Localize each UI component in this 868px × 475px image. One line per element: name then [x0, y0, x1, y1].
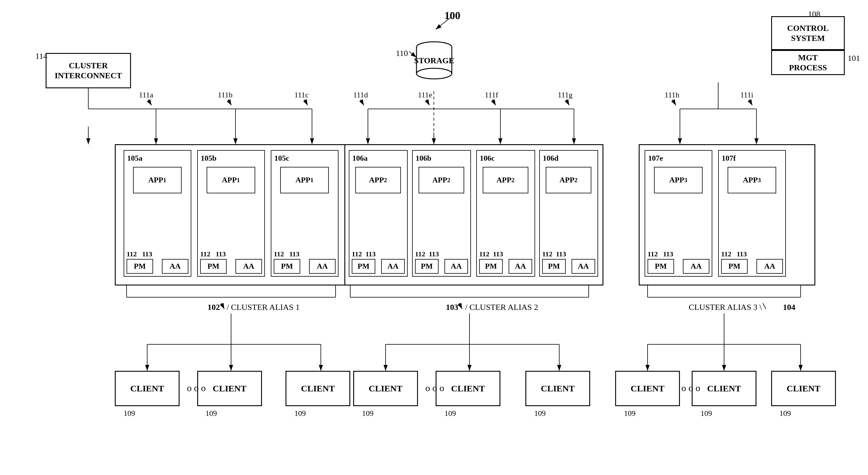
node-105b: 105b APP1 112 113 PM AA — [197, 150, 265, 277]
ellipsis-3: o o o — [681, 383, 700, 393]
client-1a: CLIENT — [115, 371, 180, 406]
ref-111b: 111b — [218, 91, 232, 99]
app3-107f: APP3 — [727, 167, 776, 193]
pm-105c: PM — [274, 259, 300, 274]
pm-107e: PM — [648, 259, 674, 274]
node-105c: 105c APP1 112 113 PM AA — [271, 150, 339, 277]
ref-111h: 111h — [664, 91, 679, 99]
ref-109-2b: 109 — [444, 409, 456, 418]
ref-102: 102 — [208, 303, 220, 312]
node-106b: 106b APP2 112 113 PM AA — [412, 150, 471, 277]
client-1b: CLIENT — [197, 371, 262, 406]
client-3a: CLIENT — [615, 371, 680, 406]
node-107f: 107f APP3 112 113 PM AA — [718, 150, 786, 277]
svg-point-68 — [416, 68, 452, 79]
cluster-interconnect-box: CLUSTERINTERCONNECT — [45, 53, 131, 88]
client-2a: CLIENT — [353, 371, 418, 406]
client-3c: CLIENT — [771, 371, 836, 406]
ref-111f: 111f — [485, 91, 498, 99]
ref-111c: 111c — [294, 91, 309, 99]
aa-107f: AA — [756, 259, 783, 274]
pm-105a: PM — [127, 259, 153, 274]
aa-106a: AA — [381, 259, 405, 274]
svg-line-57 — [492, 99, 496, 105]
ref-111d: 111d — [353, 91, 368, 99]
client-2c: CLIENT — [525, 371, 590, 406]
app1-105b: APP1 — [207, 167, 255, 193]
app2-106a: APP2 — [355, 167, 401, 193]
pm-106c: PM — [479, 259, 503, 274]
node-106d: 106d APP2 112 113 PM AA — [539, 150, 598, 277]
diagram-container: 100 STORAGE 110 CLUSTERINTERCONNECT 114 … — [0, 0, 868, 475]
app2-106c: APP2 — [483, 167, 528, 193]
svg-line-53 — [228, 99, 231, 105]
ref-109-1c: 109 — [294, 409, 306, 418]
ref-109-3a: 109 — [624, 409, 636, 418]
pm-105b: PM — [200, 259, 227, 274]
svg-line-63 — [763, 303, 766, 309]
app1-105a: APP1 — [133, 167, 182, 193]
aa-105a: AA — [162, 259, 188, 274]
node-107e: 107e APP3 112 113 PM AA — [645, 150, 712, 277]
pm-107f: PM — [721, 259, 748, 274]
cluster-alias-3-label: CLUSTER ALIAS 3 \ — [689, 303, 762, 312]
mgt-process-box: MGTPROCESS — [771, 50, 845, 75]
client-1c: CLIENT — [285, 371, 350, 406]
ref-111i: 111i — [740, 91, 753, 99]
ref-104: 104 — [783, 303, 795, 312]
ref-108: 108 — [808, 9, 820, 19]
aa-106b: AA — [444, 259, 468, 274]
ref-109-2a: 109 — [362, 409, 373, 418]
client-3b: CLIENT — [692, 371, 756, 406]
storage-cylinder: STORAGE — [413, 38, 455, 85]
ellipsis-2: o o o — [425, 383, 444, 393]
cluster-alias-2-label: / CLUSTER ALIAS 2 — [465, 303, 538, 312]
ref-114: 114 — [35, 52, 48, 61]
svg-line-58 — [566, 99, 569, 105]
aa-105b: AA — [236, 259, 262, 274]
ref-109-3b: 109 — [701, 409, 712, 418]
control-system-box: CONTROLSYSTEM — [771, 16, 845, 50]
ref-109-3c: 109 — [779, 409, 791, 418]
ref-109-1b: 109 — [206, 409, 217, 418]
ref-109-1a: 109 — [124, 409, 135, 418]
ref-109-2c: 109 — [534, 409, 546, 418]
node-106a: 106a APP2 112 113 PM AA — [349, 150, 408, 277]
node-105a: 105a APP1 112 113 PM AA — [124, 150, 191, 277]
pm-106d: PM — [542, 259, 566, 274]
svg-line-62 — [459, 303, 462, 309]
aa-106d: AA — [571, 259, 595, 274]
app1-105c: APP1 — [280, 167, 329, 193]
svg-line-56 — [426, 99, 429, 105]
aa-106c: AA — [508, 259, 532, 274]
aa-105c: AA — [309, 259, 336, 274]
svg-line-55 — [361, 99, 364, 105]
ref-111e: 111e — [418, 91, 432, 99]
ref-101: 101 — [848, 54, 860, 63]
svg-line-60 — [749, 99, 752, 105]
aa-107e: AA — [683, 259, 709, 274]
cluster-alias-1-label: / CLUSTER ALIAS 1 — [227, 303, 300, 312]
app2-106b: APP2 — [418, 167, 464, 193]
svg-line-59 — [673, 99, 676, 105]
ellipsis-1: o o o — [187, 383, 206, 393]
ref-111g: 111g — [558, 91, 572, 99]
storage-node: STORAGE — [406, 38, 462, 91]
svg-text:STORAGE: STORAGE — [414, 56, 454, 65]
app3-107e: APP3 — [654, 167, 703, 193]
svg-line-54 — [305, 99, 308, 105]
svg-line-52 — [148, 99, 152, 105]
node-106c: 106c APP2 112 113 PM AA — [476, 150, 535, 277]
ref-111a: 111a — [139, 91, 153, 99]
app2-106d: APP2 — [546, 167, 591, 193]
pm-106b: PM — [415, 259, 439, 274]
svg-line-61 — [221, 303, 224, 309]
pm-106a: PM — [352, 259, 375, 274]
client-2b: CLIENT — [436, 371, 500, 406]
ref-100: 100 — [444, 9, 460, 22]
ref-110: 110 — [396, 49, 408, 58]
ref-103: 103 — [446, 303, 458, 312]
